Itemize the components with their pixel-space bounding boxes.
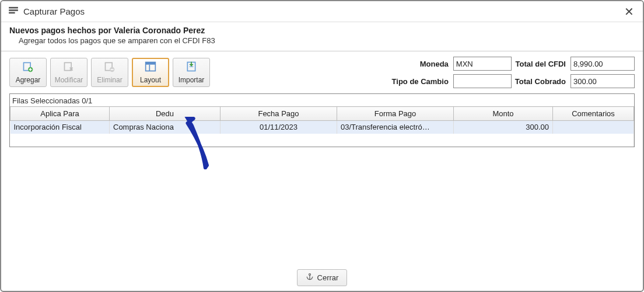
- layout-icon: [144, 61, 157, 74]
- svg-rect-9: [146, 62, 156, 65]
- toolbar: Agregar Modificar Eliminar Layout Import…: [9, 58, 210, 87]
- eliminar-label: Eliminar: [97, 76, 122, 84]
- cell-comentarios: [553, 121, 634, 134]
- table-empty-area: [10, 134, 634, 147]
- total-cfdi-label: Total del CFDI: [515, 60, 567, 68]
- cell-monto: 300.00: [454, 121, 553, 134]
- modificar-icon: [62, 61, 75, 74]
- col-forma-pago[interactable]: Forma Pago: [337, 107, 454, 121]
- total-cobrado-label: Total Cobrado: [515, 77, 567, 86]
- agregar-label: Agregar: [16, 76, 41, 84]
- svg-point-12: [309, 273, 310, 275]
- modificar-label: Modificar: [55, 76, 83, 84]
- total-cfdi-field[interactable]: [570, 57, 635, 71]
- importar-button[interactable]: Importar: [173, 58, 210, 87]
- window-close-button[interactable]: ✕: [621, 5, 637, 19]
- table-header-row: Aplica Para Dedu Fecha Pago Forma Pago M…: [10, 107, 634, 121]
- payments-table-panel: Filas Seleccionadas 0/1 Aplica Para Dedu…: [9, 93, 635, 147]
- importar-icon: [185, 61, 198, 74]
- col-comentarios[interactable]: Comentarios: [553, 107, 634, 121]
- total-cobrado-field[interactable]: [570, 74, 635, 88]
- col-dedu[interactable]: Dedu: [110, 107, 220, 121]
- cerrar-button[interactable]: Cerrar: [297, 269, 348, 286]
- cerrar-label: Cerrar: [317, 273, 339, 282]
- agregar-button[interactable]: Agregar: [9, 58, 47, 87]
- moneda-field[interactable]: [453, 57, 512, 71]
- agregar-icon: [22, 61, 34, 74]
- anchor-icon: [306, 273, 314, 283]
- eliminar-button[interactable]: Eliminar: [91, 58, 128, 87]
- tipo-cambio-field[interactable]: [453, 74, 512, 88]
- eliminar-icon: [103, 61, 116, 74]
- svg-rect-0: [9, 7, 18, 9]
- cell-forma-pago: 03/Transferencia electró…: [337, 121, 454, 134]
- importar-label: Importar: [178, 76, 205, 84]
- window-title: Capturar Pagos: [23, 6, 85, 16]
- summary-fields: Moneda Total del CFDI Tipo de Cambio Tot…: [392, 56, 635, 89]
- cell-dedu: Compras Naciona: [110, 121, 220, 134]
- layout-button[interactable]: Layout: [132, 58, 169, 87]
- svg-rect-1: [9, 9, 18, 11]
- selection-count: Filas Seleccionadas 0/1: [10, 94, 634, 106]
- tipo-cambio-label: Tipo de Cambio: [392, 77, 450, 86]
- col-fecha-pago[interactable]: Fecha Pago: [220, 107, 337, 121]
- modificar-button[interactable]: Modificar: [50, 58, 88, 87]
- cell-aplica-para: Incorporación Fiscal: [10, 121, 110, 134]
- header-description: Nuevos pagos hechos por Valeria Coronado…: [1, 22, 643, 51]
- table-row[interactable]: Incorporación Fiscal Compras Naciona 01/…: [10, 121, 634, 134]
- svg-rect-2: [9, 12, 15, 14]
- cell-fecha-pago: 01/11/2023: [220, 121, 337, 134]
- svg-rect-5: [65, 62, 72, 70]
- titlebar: Capturar Pagos ✕: [1, 1, 643, 22]
- footer: Cerrar: [1, 269, 643, 286]
- layout-label: Layout: [140, 76, 161, 84]
- header-line1: Nuevos pagos hechos por Valeria Coronado…: [9, 26, 635, 35]
- col-aplica-para[interactable]: Aplica Para: [10, 107, 110, 121]
- app-logo-icon: [8, 6, 19, 16]
- payments-table[interactable]: Aplica Para Dedu Fecha Pago Forma Pago M…: [10, 106, 634, 147]
- header-line2: Agregar todos los pagos que se amparen c…: [9, 36, 635, 45]
- moneda-label: Moneda: [392, 60, 450, 68]
- col-monto[interactable]: Monto: [454, 107, 553, 121]
